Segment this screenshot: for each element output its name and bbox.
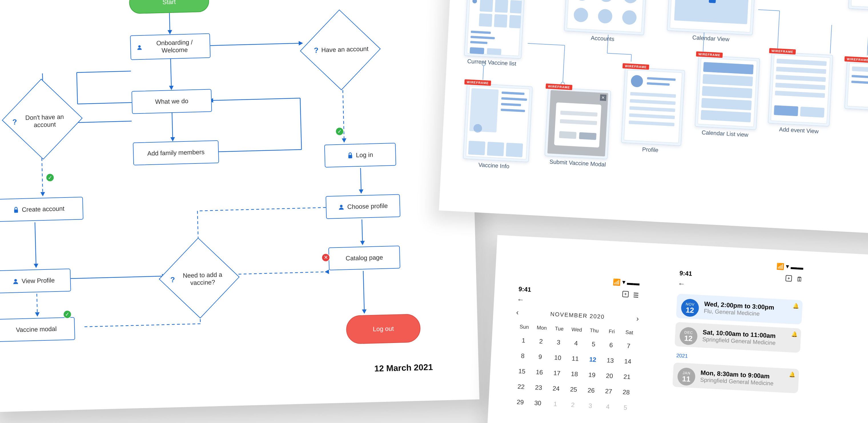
calendar-day[interactable]: 7 [619, 338, 638, 354]
event-date-badge: DEC12 [679, 327, 698, 345]
wf-card-submit-modal: WIREFRAME ✕ [545, 87, 611, 159]
add-box-icon[interactable]: + [622, 291, 629, 298]
svg-point-39 [138, 45, 141, 48]
calendar-day[interactable]: 17 [548, 365, 566, 381]
svg-line-21 [362, 220, 362, 243]
calendar-day[interactable]: 1 [514, 332, 532, 349]
calendar-day[interactable]: 21 [618, 369, 636, 385]
svg-marker-24 [362, 309, 367, 313]
calendar-day[interactable]: 8 [514, 348, 532, 364]
weekday-label: Sun [515, 321, 533, 333]
calendar-day[interactable]: 16 [530, 364, 549, 380]
calendar-day[interactable]: 9 [531, 349, 549, 365]
calendar-day[interactable]: 4 [599, 399, 617, 415]
login-node: Log in [324, 143, 396, 168]
chevron-left-icon[interactable]: ‹ [516, 308, 519, 317]
weekday-label: Fri [603, 325, 621, 338]
svg-line-55 [830, 25, 832, 53]
calendar-day[interactable]: 1 [546, 396, 564, 412]
event-date-badge: JAN11 [677, 367, 695, 386]
clock-label: 9:41 [679, 270, 692, 278]
catalog-node: Catalog page [328, 246, 400, 271]
chevron-right-icon[interactable]: › [636, 314, 639, 323]
vaccine-modal-node: Vaccine modal [0, 317, 75, 342]
year-label: 2021 [671, 350, 803, 365]
wf-tag: WIREFRAME [844, 56, 868, 63]
svg-marker-18 [342, 138, 346, 143]
add-box-icon[interactable]: + [785, 275, 792, 282]
bell-icon[interactable]: 🔔 [793, 303, 799, 309]
svg-line-46 [528, 44, 565, 46]
calendar-day[interactable]: 22 [512, 379, 530, 395]
back-icon[interactable]: ← [517, 295, 525, 304]
question-icon: ? [314, 46, 319, 55]
back-icon[interactable]: ← [678, 279, 686, 288]
calendar-day[interactable]: 28 [617, 384, 635, 400]
wf-label-calendar: Calendar View [692, 34, 730, 43]
event-card[interactable]: 🔔NOV12Wed, 2:00pm to 3:00pmFlu, General … [676, 294, 803, 325]
calendar-day[interactable]: 25 [564, 381, 583, 398]
phone-events: 📶 ▾ ▬▬ 9:41 + 🗓 ← 🔔NOV12Wed, 2:00pm to 3… [669, 254, 807, 397]
wf-card-calendar: WIREFRAME [667, 0, 756, 35]
wf-label-submit-modal: Submit Vaccine Modal [549, 158, 606, 168]
list-icon[interactable]: ☰ [633, 291, 639, 299]
need-vaccine-label: Need to add a vaccine? [178, 271, 227, 287]
calendar-day[interactable]: 2 [564, 397, 582, 413]
event-card[interactable]: 🔔JAN11Mon, 8:30am to 9:00amSpringfield G… [673, 362, 799, 393]
close-icon: ✕ [600, 94, 607, 101]
weekday-label: Tue [550, 323, 568, 335]
bell-icon[interactable]: 🔔 [791, 331, 798, 338]
calendar-day[interactable]: 15 [513, 363, 531, 379]
svg-marker-7 [299, 41, 303, 46]
wifi-icon: ▾ [622, 278, 625, 286]
wf-card-accounts [564, 0, 647, 35]
calendar-day[interactable]: 23 [529, 379, 548, 396]
wf-label-accounts: Accounts [591, 35, 615, 42]
calendar-day[interactable]: 6 [602, 337, 620, 353]
calendar-day[interactable]: 29 [511, 394, 529, 411]
wf-card-vaccine-info: WIREFRAME [463, 83, 533, 162]
calendar-day[interactable]: 3 [549, 334, 568, 350]
bell-icon[interactable]: 🔔 [789, 371, 796, 378]
what-we-do-label: What we do [155, 97, 188, 106]
svg-marker-34 [324, 270, 329, 274]
calendar-icon[interactable]: 🗓 [796, 276, 803, 283]
view-profile-label: View Profile [22, 277, 55, 285]
svg-line-37 [197, 207, 326, 211]
calendar-day[interactable]: 14 [619, 353, 637, 370]
wf-label-profile: Profile [642, 146, 659, 153]
clock-label: 9:41 [518, 285, 531, 293]
wf-label-vaccine-info: Vaccine Info [478, 162, 510, 170]
svg-rect-41 [348, 155, 352, 158]
svg-line-19 [361, 168, 361, 191]
event-card[interactable]: 🔔DEC12Sat, 10:00am to 11:00amSpringfield… [674, 322, 801, 353]
calendar-day[interactable]: 5 [585, 336, 603, 352]
svg-line-4 [172, 113, 173, 139]
svg-line-23 [363, 271, 364, 311]
phone-calendar: 📶 ▾ ▬▬ 9:41 + ☰ ← ‹ NOVEMBER 2020 › SunM… [508, 271, 644, 416]
calendar-day[interactable]: 13 [601, 352, 619, 369]
calendar-day[interactable]: 18 [565, 366, 584, 383]
calendar-day[interactable]: 4 [567, 335, 585, 351]
calendar-day[interactable]: 5 [616, 400, 634, 416]
calendar-day[interactable]: 27 [599, 383, 618, 400]
wf-card-profile: WIREFRAME [621, 67, 685, 146]
have-account-label: Have an account [321, 46, 369, 54]
choose-profile-node: Choose profile [326, 194, 400, 219]
calendar-day[interactable]: 11 [566, 351, 585, 367]
weekday-label: Sat [620, 326, 638, 339]
calendar-day[interactable]: 30 [528, 395, 547, 411]
wf-label-cal-list: Calendar List view [702, 129, 748, 138]
flowchart-date: 12 March 2021 [374, 362, 433, 373]
calendar-day[interactable]: 20 [600, 368, 618, 384]
calendar-day[interactable]: 3 [581, 398, 599, 414]
svg-line-29 [37, 294, 37, 314]
calendar-day[interactable]: 2 [532, 333, 550, 349]
calendar-day[interactable]: 12 [584, 351, 602, 368]
calendar-day[interactable]: 19 [583, 367, 601, 383]
wf-tag: WIREFRAME [546, 83, 572, 90]
calendar-day[interactable]: 10 [549, 349, 567, 366]
vaccine-modal-label: Vaccine modal [16, 325, 57, 334]
calendar-day[interactable]: 24 [547, 380, 565, 397]
calendar-day[interactable]: 26 [582, 383, 600, 399]
